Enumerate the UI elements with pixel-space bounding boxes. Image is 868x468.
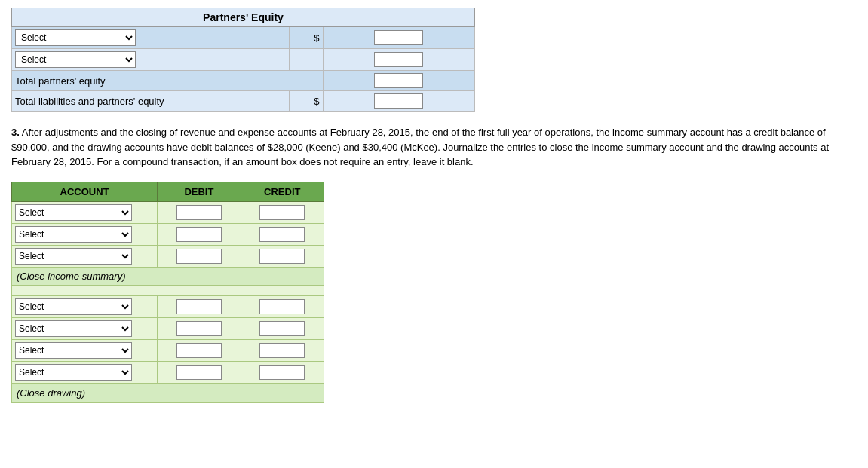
instruction-text: After adjustments and the closing of rev…	[11, 127, 829, 167]
journal-spacer	[12, 285, 324, 295]
journal-select-s2r1[interactable]: Select	[15, 298, 132, 315]
total-equity-input-cell	[323, 71, 474, 91]
journal-debit-s2r1[interactable]	[176, 299, 222, 314]
journal-debit-s2r4[interactable]	[176, 365, 222, 380]
journal-row-s2r1: Select	[12, 295, 324, 317]
total-liabilities-input-cell	[323, 91, 474, 112]
journal-row-s1r2: Select	[12, 223, 324, 245]
journal-table: ACCOUNT DEBIT CREDIT Select Select Selec…	[11, 182, 324, 403]
journal-credit-s2r2[interactable]	[259, 321, 305, 336]
total-equity-label: Total partners' equity	[12, 71, 324, 91]
journal-row-s2r4: Select	[12, 361, 324, 383]
amount-cell-1	[323, 27, 474, 49]
journal-select-s1r1[interactable]: Select	[15, 204, 132, 221]
journal-row-s2r2: Select	[12, 317, 324, 339]
journal-header-debit: DEBIT	[158, 182, 241, 201]
journal-debit-s1r1[interactable]	[176, 205, 222, 220]
journal-debit-s2r2[interactable]	[176, 321, 222, 336]
partners-equity-title: Partners' Equity	[12, 8, 475, 27]
journal-select-s2r3[interactable]: Select	[15, 342, 132, 359]
instruction-number: 3.	[11, 127, 20, 138]
journal-select-s1r2[interactable]: Select	[15, 226, 132, 243]
instruction-paragraph: 3. After adjustments and the closing of …	[11, 125, 841, 170]
journal-credit-s1r3[interactable]	[259, 249, 305, 264]
journal-spacer-cell	[12, 285, 324, 295]
total-liabilities-label: Total liabilities and partners' equity	[12, 91, 290, 112]
journal-credit-s2r4[interactable]	[259, 365, 305, 380]
journal-select-s1r3[interactable]: Select	[15, 248, 132, 265]
journal-debit-s1r2[interactable]	[176, 227, 222, 242]
journal-debit-s2r3[interactable]	[176, 343, 222, 358]
journal-select-s2r4[interactable]: Select	[15, 364, 132, 381]
close-drawing-label: (Close drawing)	[12, 383, 324, 402]
close-income-summary-row: (Close income summary)	[12, 267, 324, 285]
dollar-sign-2: $	[290, 91, 323, 112]
close-income-summary-label: (Close income summary)	[12, 267, 324, 285]
journal-header-account: ACCOUNT	[12, 182, 158, 201]
journal-credit-s1r1[interactable]	[259, 205, 305, 220]
amount-cell-2	[323, 49, 474, 71]
journal-credit-s2r1[interactable]	[259, 299, 305, 314]
journal-debit-s1r3[interactable]	[176, 249, 222, 264]
journal-header-credit: CREDIT	[241, 182, 324, 201]
journal-credit-s1r2[interactable]	[259, 227, 305, 242]
dollar-sign-1: $	[290, 27, 323, 49]
journal-credit-s2r3[interactable]	[259, 343, 305, 358]
journal-row-s1r1: Select	[12, 201, 324, 223]
total-liabilities-input[interactable]	[374, 93, 423, 109]
empty-cell-1	[290, 49, 323, 71]
total-equity-input[interactable]	[374, 73, 423, 88]
journal-row-s2r3: Select	[12, 339, 324, 361]
amount-input-2[interactable]	[374, 52, 423, 67]
journal-row-s1r3: Select	[12, 245, 324, 267]
amount-input-1[interactable]	[374, 30, 423, 45]
journal-select-s2r2[interactable]: Select	[15, 320, 132, 337]
select-dropdown-1[interactable]: Select	[15, 29, 136, 46]
select-dropdown-2[interactable]: Select	[15, 51, 136, 68]
partners-equity-table: Partners' Equity Select $ Select Total p…	[11, 8, 475, 112]
close-drawing-row: (Close drawing)	[12, 383, 324, 402]
